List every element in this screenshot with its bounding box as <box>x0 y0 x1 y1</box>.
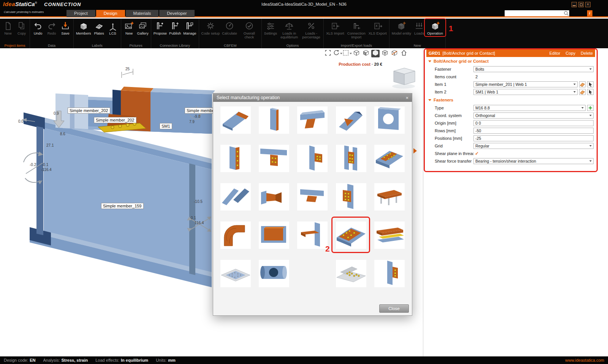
operation-thumbnail-diagonal-cut-members[interactable] <box>220 183 251 210</box>
item-1-select[interactable]: Simple member_201 | Web 1 <box>473 81 578 87</box>
gallery-label: Gallery <box>137 32 149 35</box>
close-button[interactable]: Close <box>379 304 409 313</box>
property-grid: Bolt/Anchor grid or ContactFastenerBolts… <box>426 57 595 165</box>
grid-select[interactable]: Regular <box>473 143 594 149</box>
pointer-pick-button[interactable] <box>587 89 594 95</box>
operation-thumbnail-anchor-plate-bolted[interactable] <box>374 260 405 287</box>
view-cube[interactable] <box>392 68 415 89</box>
member-label[interactable]: Simple member_159 <box>101 203 144 209</box>
view-cube-face-button[interactable] <box>362 50 370 57</box>
select-box-button[interactable] <box>343 50 351 57</box>
operation-thumbnail-widener-stub[interactable] <box>259 183 289 210</box>
property-label: Coord. system <box>426 113 473 118</box>
dialog-titlebar[interactable]: Select manufacturing operation × <box>213 93 412 102</box>
search-input[interactable] <box>505 11 563 16</box>
operation-thumbnail-stub-table[interactable] <box>374 183 405 210</box>
plate-picker-button[interactable] <box>579 89 586 95</box>
section-fasteners[interactable]: Fasteners <box>426 96 595 104</box>
plates-button[interactable]: Plates <box>92 19 106 36</box>
fastener-select[interactable]: Bolts <box>473 66 594 72</box>
website-link[interactable]: www.ideastatica.com <box>565 358 604 362</box>
property-label: Fastener <box>426 67 473 71</box>
view-cube-corner-button[interactable] <box>352 50 361 57</box>
search-icon[interactable] <box>563 11 569 16</box>
operation-label: Operation <box>427 32 443 35</box>
positions-mm-input[interactable]: -25 <box>473 135 594 141</box>
pointer-pick-button[interactable] <box>587 81 594 87</box>
rows-mm-input[interactable]: -50 <box>473 128 594 134</box>
operation-thumbnail-corner-cut-wedge[interactable] <box>336 106 366 134</box>
view-cube-wire-button[interactable] <box>381 50 389 57</box>
shear-plane-in-thread-checkbox[interactable]: ✓ <box>473 151 479 156</box>
operation-thumbnail-gusset-truss[interactable] <box>336 260 366 287</box>
operation-thumbnail-splice-bolted[interactable] <box>336 145 366 172</box>
member-label[interactable]: Simple member_202 <box>68 108 110 114</box>
info-button[interactable]: i <box>587 10 592 16</box>
add-plus-button[interactable] <box>587 105 594 111</box>
operation-thumbnail-bend-elbow[interactable] <box>220 222 251 249</box>
operation-thumbnail-fin-plate-corner[interactable] <box>297 106 328 134</box>
member-label[interactable]: Simple membe <box>185 108 216 114</box>
gallery-icon <box>138 20 148 32</box>
item-2-select[interactable]: SM1 | Web 1 <box>473 89 578 95</box>
operation-thumbnail-stiffener-layered[interactable] <box>374 222 405 249</box>
origin-mm-input[interactable]: 0 0 <box>473 120 594 126</box>
member-label[interactable]: Simple member_202 <box>94 117 136 123</box>
operation-thumbnail-connecting-plate-bolted[interactable] <box>259 145 289 172</box>
editor-button[interactable]: Editor <box>549 51 560 55</box>
maximize-button[interactable] <box>578 2 584 7</box>
section-collapse-icon[interactable] <box>428 99 431 101</box>
type-select[interactable]: M16 8.8 <box>473 105 586 111</box>
close-button[interactable]: × <box>585 2 591 7</box>
undo-button[interactable]: Undo <box>31 19 45 36</box>
tab-design[interactable]: Design <box>96 10 125 17</box>
operation-grid: 2 <box>216 106 409 298</box>
new-button[interactable]: New <box>122 19 136 36</box>
operation-thumbnail-end-plate-bolted[interactable] <box>220 145 251 172</box>
dimension-label: -0.1 <box>42 163 48 167</box>
tab-project[interactable]: Project <box>66 10 95 17</box>
close-icon[interactable]: × <box>405 95 408 101</box>
gallery-button[interactable]: Gallery <box>136 19 150 36</box>
delete-operation-button[interactable]: Delete <box>581 51 593 55</box>
operation-thumbnail-tube-opening[interactable] <box>259 260 289 287</box>
home-button[interactable] <box>400 50 408 57</box>
operation-thumbnail-corner-seat-plate[interactable] <box>297 222 328 249</box>
manage-button[interactable]: Manage <box>182 19 197 36</box>
view-cube-solid-button[interactable] <box>371 50 380 57</box>
operation-thumbnail-flange-bolt-row[interactable] <box>374 145 405 172</box>
operation-thumbnail-base-plate-grid[interactable] <box>220 260 251 287</box>
operation-thumbnail-cut-diagonal[interactable] <box>220 106 251 134</box>
members-button[interactable]: Members <box>75 19 92 36</box>
app-logo: IdeaStatiCa® CONNECTION <box>3 1 81 8</box>
dimension-label: 7.9 <box>189 120 195 124</box>
section-collapse-icon[interactable] <box>428 60 431 62</box>
save-button[interactable]: Save <box>59 19 72 36</box>
ribbon-group-label: New <box>391 43 444 48</box>
operation-thumbnail-fin-plate-bolted[interactable] <box>297 145 328 172</box>
operation-thumbnail-seat-cleat[interactable] <box>297 183 328 210</box>
operation-thumbnail-end-plate-column[interactable] <box>259 106 289 134</box>
minimize-button[interactable] <box>572 2 577 7</box>
copy-button: Copy <box>15 19 28 36</box>
coord-system-select[interactable]: Orthogonal <box>473 112 594 119</box>
plate-picker-button[interactable] <box>579 81 586 87</box>
rotate-button[interactable] <box>333 50 342 57</box>
publish-button[interactable]: Publish <box>168 19 182 36</box>
clip-plane-button[interactable] <box>390 50 399 57</box>
tab-developer[interactable]: Developer <box>159 10 194 17</box>
fullscreen-button[interactable] <box>324 50 332 57</box>
member-label[interactable]: SM1 <box>160 123 172 129</box>
shear-force-transfer-select[interactable]: Bearing - tension/shear interaction <box>473 158 594 164</box>
lcs-button[interactable]: LCS <box>106 19 120 36</box>
copy-operation-button[interactable]: Copy <box>566 51 576 55</box>
property-label: Shear force transfer <box>426 159 473 163</box>
operation-thumbnail-column-splice-grid[interactable] <box>336 183 366 210</box>
propose-button[interactable]: Propose <box>152 19 168 36</box>
section-bolt-anchor-grid-or-contact[interactable]: Bolt/Anchor grid or Contact <box>426 57 595 65</box>
operation-thumbnail-large-plate[interactable] <box>259 222 289 249</box>
operation-thumbnail-fin-plate-grid[interactable]: 2 <box>336 222 366 249</box>
operation-thumbnail-opening-hole[interactable] <box>374 106 405 134</box>
operation-button[interactable]: Operation1 <box>426 19 444 36</box>
tab-materials[interactable]: Materials <box>126 10 159 17</box>
